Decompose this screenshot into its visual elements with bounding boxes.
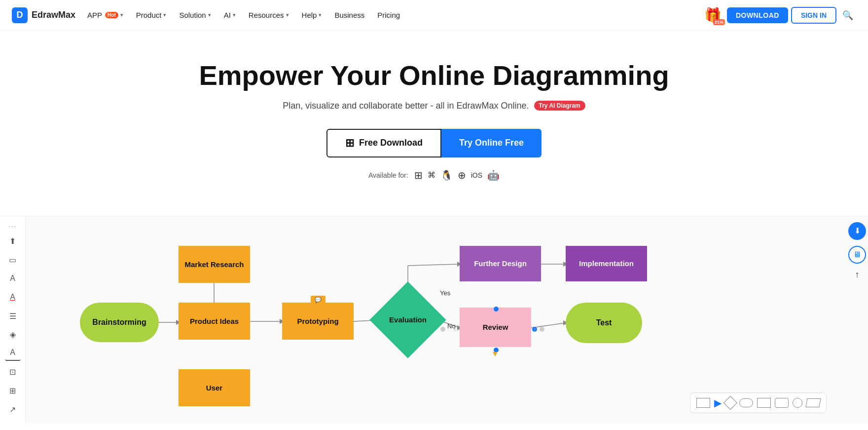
logo-text: EdrawMax [32,10,75,20]
android-platform-icon: 🤖 [487,169,500,181]
help-chevron-icon: ▾ [319,12,322,18]
try-online-button[interactable]: Try Online Free [441,129,542,157]
yes-label: Yes [440,289,450,297]
hero-title: Empower Your Online Diagramming [10,60,858,91]
toolbar-dots: ··· [8,222,17,230]
hot-badge: Hot [105,12,118,18]
toolbar-rect-icon[interactable]: ▭ [5,252,21,267]
hero-subtitle: Plan, visualize and collaborate better -… [10,101,858,111]
review-dot-top [494,307,499,312]
prototyping-badge: 💬 [311,296,326,304]
toolbar-move-up-icon[interactable]: ⬆ [5,234,21,249]
shape-diamond[interactable] [723,395,737,409]
shape-rect-3[interactable] [775,398,789,408]
chromeos-platform-icon: ⊕ [458,169,466,181]
diagram-container: ··· ⬆ ▭ A A ☰ ◈ A ⊡ ⊞ ↗ [0,216,868,423]
nav-item-pricing[interactable]: Pricing [372,8,405,22]
navbar: D EdrawMax APP Hot ▾ Product ▾ Solution … [0,0,868,31]
nav-item-help[interactable]: Help ▾ [297,8,327,22]
ai-chevron-icon: ▾ [233,12,236,18]
promo-badge: 21% [713,19,725,25]
free-download-button[interactable]: ⊞ Free Download [326,129,441,157]
shape-rounded-rect[interactable] [739,398,753,407]
logo[interactable]: D EdrawMax [12,7,75,23]
nav-item-resources[interactable]: Resources ▾ [244,8,294,22]
shape-rect-2[interactable] [757,398,771,408]
monitor-icon-button[interactable]: 🖥 [848,246,866,264]
nav-item-ai[interactable]: AI ▾ [219,8,241,22]
promo-gift[interactable]: 🎁 21% [702,4,724,26]
cursor-icon[interactable]: ▶ [714,397,722,409]
node-test[interactable]: Test [566,303,642,343]
app-chevron-icon: ▾ [120,12,123,18]
no-label: No [447,322,456,330]
node-market-research[interactable]: Market Research [179,246,250,283]
toolbar-image-icon[interactable]: ⊡ [5,365,21,380]
windows-platform-icon: ⊞ [414,169,423,181]
available-for: Available for: ⊞ ⌘ 🐧 ⊕ iOS 🤖 [10,169,858,181]
node-brainstorming[interactable]: Brainstorming [80,303,159,342]
node-evaluation-text: Evaluation [381,293,435,347]
product-chevron-icon: ▾ [163,12,166,18]
svg-line-5 [408,264,460,266]
svg-line-8 [531,323,566,328]
signin-button[interactable]: SIGN IN [791,7,836,24]
node-prototyping[interactable]: 💬 Prototyping [282,303,354,340]
nav-dot-left [440,327,445,332]
search-icon[interactable]: 🔍 [839,7,856,24]
nav-item-solution[interactable]: Solution ▾ [174,8,216,22]
toolbar-align-icon[interactable]: ☰ [5,309,21,323]
node-further-design[interactable]: Further Design [460,246,541,281]
logo-icon: D [12,7,28,23]
toolbar-text-icon[interactable]: A [5,271,21,286]
shape-circle[interactable] [793,398,802,408]
ai-badge[interactable]: Try AI Diagram [534,101,585,111]
toolbar-fill-icon[interactable]: ◈ [5,327,21,342]
platform-icons: ⊞ ⌘ 🐧 ⊕ iOS 🤖 [414,169,500,181]
nav-item-product[interactable]: Product ▾ [131,8,172,22]
hero-buttons: ⊞ Free Download Try Online Free [10,129,858,157]
linux-platform-icon: 🐧 [440,169,453,181]
shape-rect[interactable] [696,398,710,408]
nav-dot-right [540,327,544,332]
shape-parallelogram[interactable] [805,398,821,407]
resources-chevron-icon: ▾ [286,12,289,18]
shape-picker[interactable]: ▶ [690,392,827,413]
macos-platform-icon: ⌘ [428,170,435,180]
nav-item-app[interactable]: APP Hot ▾ [82,8,128,22]
toolbar-export-icon[interactable]: ↗ [5,402,21,417]
toolbar-text-color-icon[interactable]: A [5,290,21,305]
left-toolbar: ··· ⬆ ▭ A A ☰ ◈ A ⊡ ⊞ ↗ [0,216,26,423]
node-user[interactable]: User [179,369,250,406]
arrow-up-icon[interactable]: ↑ [855,270,860,280]
ios-platform-icon: iOS [471,171,482,179]
download-button[interactable]: DOWNLOAD [727,7,788,23]
node-review[interactable]: Review [460,308,531,347]
node-product-ideas[interactable]: Product Ideas [179,303,250,340]
nav-right-arrow-icon[interactable]: › [534,325,536,333]
review-arrow-down: ▼ [491,350,499,358]
right-sidebar: ⬇ 🖥 ↑ [846,216,868,423]
solution-chevron-icon: ▾ [208,12,211,18]
node-implementation[interactable]: Implementation [566,246,647,281]
download-floating-button[interactable]: ⬇ [848,222,866,240]
diagram-canvas: Brainstorming Market Research Product Id… [26,216,846,423]
hero-section: Empower Your Online Diagramming Plan, vi… [0,31,868,216]
windows-icon: ⊞ [345,137,354,150]
toolbar-underline-icon[interactable]: A [5,346,21,361]
toolbar-layout-icon[interactable]: ⊞ [5,384,21,398]
nav-item-business[interactable]: Business [329,8,369,22]
